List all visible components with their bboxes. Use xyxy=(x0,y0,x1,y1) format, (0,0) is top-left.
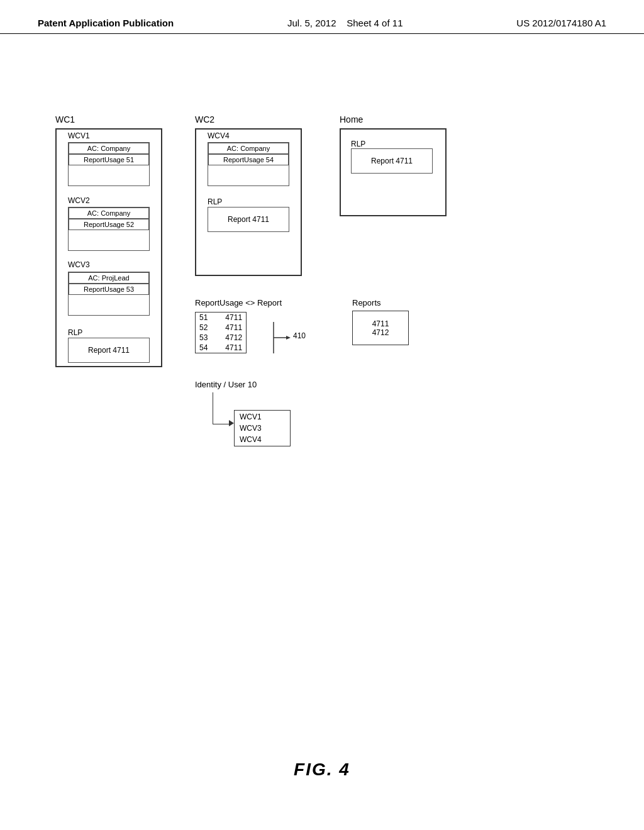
wcv4-label: WCV4 xyxy=(208,131,230,140)
wcv1-box: AC: Company ReportUsage 51 xyxy=(68,142,150,186)
wcv2-label: WCV2 xyxy=(68,196,90,205)
wcv4-row2: ReportUsage 54 xyxy=(208,154,289,165)
identity-arrow-icon xyxy=(229,420,234,426)
diagram-area: WC1 WCV1 AC: Company ReportUsage 51 WCV2… xyxy=(0,72,644,638)
wcv2-box: AC: Company ReportUsage 52 xyxy=(68,207,150,251)
reports-label: Reports xyxy=(352,298,381,307)
wcv3-box: AC: ProjLead ReportUsage 53 xyxy=(68,272,150,316)
header-right: US 2012/0174180 A1 xyxy=(516,18,606,28)
home-label: Home xyxy=(340,114,363,124)
rlp-wc1-label: RLP xyxy=(68,328,82,337)
identity-label: Identity / User 10 xyxy=(195,380,257,389)
wcv4-box: AC: Company ReportUsage 54 xyxy=(208,142,289,186)
rlp-wc2-label: RLP xyxy=(208,197,222,206)
header-date: Jul. 5, 2012 Sheet 4 of 11 xyxy=(287,18,402,28)
rlp-home-box: Report 4711 xyxy=(351,148,433,174)
svg-marker-0 xyxy=(286,336,291,340)
arrow-410-label: 410 xyxy=(270,319,308,358)
fig-label: FIG. 4 xyxy=(294,760,350,780)
identity-wcv-box: WCV1WCV3WCV4 xyxy=(234,410,291,446)
rlp-home-label: RLP xyxy=(351,140,365,148)
wcv1-row2: ReportUsage 51 xyxy=(69,154,149,165)
identity-line-vertical xyxy=(213,392,213,424)
identity-wcv-item: WCV3 xyxy=(240,423,262,434)
report-usage-table: 514711524711534712544711 xyxy=(195,312,247,353)
report-value: 4712 xyxy=(372,328,389,337)
wcv3-label: WCV3 xyxy=(68,260,90,269)
wcv4-row1: AC: Company xyxy=(208,143,289,154)
rlp-wc2-box: Report 4711 xyxy=(208,207,289,232)
wcv1-row1: AC: Company xyxy=(69,143,149,154)
identity-wcv-item: WCV1 xyxy=(240,411,262,423)
rlp-wc1-box: Report 4711 xyxy=(68,338,150,363)
page-header: Patent Application Publication Jul. 5, 2… xyxy=(0,0,644,34)
wc1-label: WC1 xyxy=(55,114,75,124)
identity-wcv-item: WCV4 xyxy=(240,434,262,445)
wcv1-label: WCV1 xyxy=(68,131,90,140)
header-left: Patent Application Publication xyxy=(38,18,174,28)
wcv3-row1: AC: ProjLead xyxy=(69,272,149,284)
report-usage-label: ReportUsage <> Report xyxy=(195,298,282,307)
reports-box: 47114712 xyxy=(352,311,409,345)
wcv2-row1: AC: Company xyxy=(69,208,149,219)
wcv2-row2: ReportUsage 52 xyxy=(69,219,149,230)
report-value: 4711 xyxy=(372,319,389,328)
wc2-label: WC2 xyxy=(195,114,214,124)
wcv3-row2: ReportUsage 53 xyxy=(69,284,149,295)
